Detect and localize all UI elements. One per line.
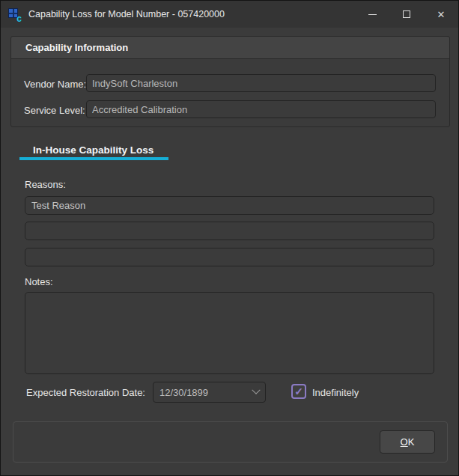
close-icon: ✕ <box>437 10 446 19</box>
vendor-name-label: Vendor Name: <box>24 79 86 90</box>
check-icon: ✓ <box>294 386 303 397</box>
minimize-icon <box>368 14 377 15</box>
tab-active-underline <box>19 157 168 160</box>
window-title: Capability Loss for Model Number - 05742… <box>28 9 225 19</box>
notes-label: Notes: <box>25 276 53 287</box>
indefinitely-label: Indefinitely <box>312 387 359 398</box>
restoration-date-value: 12/30/1899 <box>159 387 208 398</box>
maximize-button[interactable] <box>389 1 424 28</box>
app-icon: c <box>8 8 21 21</box>
ok-button[interactable]: OK <box>380 430 435 454</box>
reasons-label: Reasons: <box>25 179 66 190</box>
service-level-input[interactable] <box>86 100 436 118</box>
service-level-label: Service Level: <box>24 105 85 116</box>
restoration-date-dropdown[interactable]: 12/30/1899 <box>153 382 266 403</box>
ok-button-accel: O <box>401 436 408 448</box>
window-controls: ✕ <box>355 1 458 28</box>
indefinitely-checkbox[interactable]: ✓ <box>291 384 306 399</box>
capability-loss-dialog: c Capability Loss for Model Number - 057… <box>0 0 459 476</box>
close-button[interactable]: ✕ <box>424 1 458 28</box>
ok-button-rest: K <box>408 436 415 448</box>
tab-in-house-capability-loss[interactable]: In-House Capability Loss <box>33 144 153 156</box>
app-logo-c-icon: c <box>16 14 22 23</box>
chevron-down-icon <box>252 386 260 394</box>
expected-restoration-date-label: Expected Restoration Date: <box>26 387 145 398</box>
reason-input-3[interactable] <box>25 248 434 266</box>
reason-input-1[interactable] <box>25 196 434 215</box>
capability-information-header: Capability Information <box>11 37 449 59</box>
capability-information-panel: Capability Information Vendor Name: Serv… <box>10 36 450 127</box>
notes-textarea[interactable] <box>25 292 434 374</box>
maximize-icon <box>403 10 410 18</box>
vendor-name-input[interactable] <box>86 74 436 92</box>
minimize-button[interactable] <box>355 1 389 28</box>
title-bar: c Capability Loss for Model Number - 057… <box>1 1 458 28</box>
reason-input-2[interactable] <box>25 222 434 240</box>
